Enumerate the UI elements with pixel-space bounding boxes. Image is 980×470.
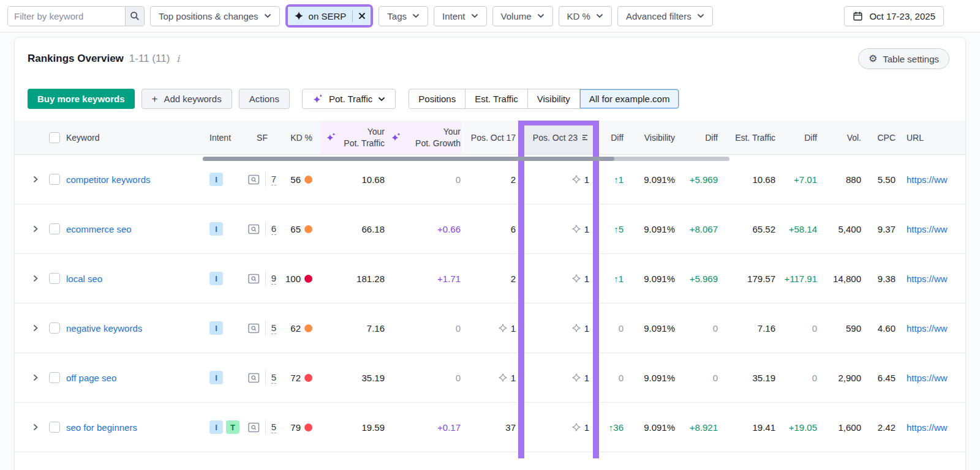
date-range-picker[interactable]: Oct 17-23, 2025 — [844, 6, 944, 26]
header-volume[interactable]: Vol. — [847, 133, 861, 143]
on-serp-filter-chip[interactable]: on SERP — [288, 7, 371, 25]
expand-row-button[interactable] — [32, 423, 39, 431]
est-traffic-diff-value: +58.14 — [789, 224, 817, 234]
header-pos-oct17[interactable]: Pos. Oct 17 — [471, 133, 516, 143]
header-diff-est[interactable]: Diff — [804, 133, 817, 143]
expand-row-button[interactable] — [32, 274, 39, 283]
intent-badge-i: I — [209, 420, 223, 434]
serp-features-count[interactable]: 5 — [271, 422, 276, 433]
keyword-filter-input[interactable] — [8, 7, 125, 26]
tab-all-for-domain[interactable]: All for example.com — [580, 89, 679, 108]
pos-diff-value: ↑5 — [614, 224, 624, 234]
url-link[interactable]: https://ww — [907, 174, 948, 185]
pot-traffic-value: 19.59 — [361, 422, 385, 433]
est-traffic-value: 35.19 — [752, 373, 775, 383]
url-link[interactable]: https://ww — [907, 422, 948, 433]
row-checkbox[interactable] — [49, 174, 60, 185]
volume-value: 590 — [846, 323, 861, 334]
tab-est-traffic[interactable]: Est. Traffic — [466, 89, 528, 108]
row-checkbox[interactable] — [49, 372, 60, 383]
divider — [265, 222, 266, 236]
intent-badges: I — [203, 304, 244, 352]
volume-value: 1,600 — [838, 422, 861, 433]
tags-filter-dropdown[interactable]: Tags — [379, 6, 428, 26]
header-diff-visibility[interactable]: Diff — [705, 133, 718, 143]
expand-row-button[interactable] — [32, 175, 39, 184]
actions-button[interactable]: Actions — [239, 89, 290, 109]
remove-serp-filter-button[interactable] — [352, 10, 366, 22]
url-link[interactable]: https://ww — [907, 323, 948, 334]
header-kd[interactable]: KD % — [290, 133, 312, 143]
serp-features-count[interactable]: 9 — [271, 273, 276, 285]
header-sf[interactable]: SF — [257, 133, 268, 143]
chevron-down-icon — [412, 13, 420, 18]
info-icon[interactable]: i — [175, 53, 179, 64]
serp-features-count[interactable]: 6 — [271, 223, 276, 235]
top-positions-filter-dropdown[interactable]: Top positions & changes — [150, 6, 280, 26]
header-cpc[interactable]: CPC — [877, 133, 895, 143]
expand-row-button[interactable] — [32, 324, 39, 332]
row-checkbox[interactable] — [49, 273, 60, 284]
search-button[interactable] — [125, 7, 144, 26]
serp-features-icon — [248, 174, 260, 185]
serp-diamond-icon — [571, 373, 581, 382]
serp-diamond-icon — [498, 323, 508, 333]
keyword-link[interactable]: off page seo — [66, 373, 116, 383]
scrollbar-thumb[interactable] — [203, 157, 614, 161]
header-keyword[interactable]: Keyword — [66, 133, 99, 143]
est-traffic-diff-value: 0 — [812, 373, 817, 383]
advanced-filters-dropdown[interactable]: Advanced filters — [617, 6, 713, 26]
url-link[interactable]: https://ww — [907, 373, 948, 383]
table-row: seo for beginners IT 5 79 19.59 +0.17 37… — [15, 403, 965, 452]
row-checkbox[interactable] — [49, 323, 60, 334]
tab-positions[interactable]: Positions — [409, 89, 466, 108]
est-traffic-diff-value: +7.01 — [794, 174, 817, 185]
add-keywords-button[interactable]: + Add keywords — [141, 89, 232, 109]
buy-more-keywords-button[interactable]: Buy more keywords — [28, 89, 135, 109]
pos-oct17-value: 6 — [511, 224, 516, 234]
expand-row-button[interactable] — [32, 225, 39, 233]
pot-traffic-value: 35.19 — [361, 373, 385, 383]
serp-features-icon — [248, 422, 260, 433]
result-range: 1-11 (11) — [129, 53, 170, 65]
header-diff-pos[interactable]: Diff — [611, 133, 624, 143]
row-checkbox[interactable] — [49, 422, 60, 433]
select-all-checkbox[interactable] — [49, 132, 60, 143]
url-link[interactable]: https://ww — [907, 274, 948, 284]
intent-filter-dropdown[interactable]: Intent — [434, 6, 487, 26]
pot-growth-value: +1.71 — [437, 274, 461, 284]
keyword-filter — [7, 6, 145, 26]
header-pot-growth[interactable]: YourPot. Growth — [386, 121, 462, 154]
volume-value: 5,400 — [838, 224, 861, 234]
keyword-link[interactable]: local seo — [66, 274, 102, 284]
pos-diff-value: ↑36 — [609, 422, 624, 433]
kd-filter-dropdown[interactable]: KD % — [559, 6, 612, 26]
volume-filter-dropdown[interactable]: Volume — [492, 6, 553, 26]
intent-badges: I — [203, 155, 244, 204]
keyword-link[interactable]: competitor keywords — [66, 174, 151, 185]
keyword-link[interactable]: seo for beginners — [66, 422, 137, 433]
header-url[interactable]: URL — [907, 133, 924, 143]
expand-row-button[interactable] — [32, 373, 39, 382]
keyword-link[interactable]: negative keywords — [66, 323, 142, 334]
header-pot-traffic[interactable]: YourPot. Traffic — [321, 121, 386, 154]
tab-visibility[interactable]: Visibility — [528, 89, 580, 108]
metric-selector-dropdown[interactable]: Pot. Traffic — [302, 89, 396, 109]
serp-features-count[interactable]: 7 — [271, 174, 276, 185]
header-intent[interactable]: Intent — [209, 133, 231, 143]
est-traffic-value: 179.57 — [747, 274, 775, 284]
header-visibility[interactable]: Visibility — [644, 133, 675, 143]
header-est-traffic[interactable]: Est. Traffic — [735, 133, 775, 143]
serp-features-count[interactable]: 5 — [271, 372, 276, 384]
url-link[interactable]: https://ww — [907, 224, 948, 234]
intent-badges: I — [203, 254, 244, 303]
visibility-diff-value: +5.969 — [690, 274, 718, 284]
header-pos-oct23[interactable]: Pos. Oct 23 — [518, 121, 599, 154]
est-traffic-diff-value: +19.05 — [789, 422, 817, 433]
table-settings-button[interactable]: ⚙ Table settings — [858, 48, 949, 69]
horizontal-scrollbar[interactable] — [203, 157, 729, 161]
keyword-link[interactable]: ecommerce seo — [66, 224, 132, 234]
serp-features-count[interactable]: 5 — [271, 323, 276, 334]
pos-oct23-value: 1 — [584, 323, 589, 334]
row-checkbox[interactable] — [49, 223, 60, 234]
